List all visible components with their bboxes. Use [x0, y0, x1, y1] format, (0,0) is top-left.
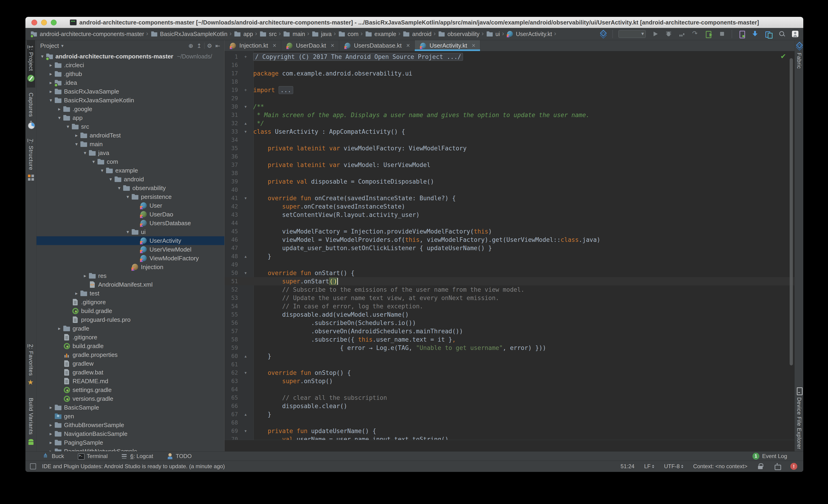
code-line[interactable]: 16: [224, 61, 794, 69]
code-line[interactable]: 41▾ override fun onCreate(savedInstanceS…: [224, 194, 794, 202]
fold-marker-icon[interactable]: +: [238, 88, 253, 93]
tree-item-persistence[interactable]: ▾persistence: [37, 193, 224, 201]
minimize-window-button[interactable]: [41, 19, 47, 26]
breadcrumb-item[interactable]: java: [312, 31, 332, 37]
code-line[interactable]: 48▴ }: [224, 252, 794, 260]
caret-position[interactable]: 51:24: [621, 463, 634, 470]
avatar-icon[interactable]: [791, 30, 799, 38]
code-line[interactable]: 19+import ...: [224, 86, 794, 94]
assistant-robot-icon[interactable]: [774, 463, 781, 470]
tree-item-.github[interactable]: ▸.github: [37, 70, 224, 78]
locate-icon[interactable]: ⊕: [187, 42, 195, 50]
tree-item-main[interactable]: ▾main: [37, 140, 224, 149]
close-icon[interactable]: ×: [273, 42, 276, 49]
chevron-expanded-icon[interactable]: ▾: [124, 229, 131, 235]
chevron-expanded-icon[interactable]: ▾: [47, 97, 54, 103]
chevron-expanded-icon[interactable]: ▾: [73, 141, 80, 147]
tree-item-BasicSample[interactable]: ▸BasicSample: [37, 403, 224, 412]
tree-item-.idea[interactable]: ▸.idea: [37, 78, 224, 87]
chevron-collapsed-icon[interactable]: ▸: [47, 89, 54, 94]
fold-marker-icon[interactable]: ▾: [238, 129, 253, 134]
code-line[interactable]: 60▴ }: [224, 352, 794, 360]
code-line[interactable]: 43 setContentView(R.layout.activity_user…: [224, 211, 794, 219]
tree-item-GithubBrowserSample[interactable]: ▸GithubBrowserSample: [37, 421, 224, 429]
tree-item-User[interactable]: User: [37, 201, 224, 210]
chevron-expanded-icon[interactable]: ▾: [65, 124, 71, 129]
chevron-collapsed-icon[interactable]: ▸: [82, 273, 88, 279]
fold-marker-icon[interactable]: ▴: [238, 254, 253, 259]
search-icon[interactable]: [778, 30, 786, 38]
tool-strip-item-build-variants[interactable]: Build Variants: [27, 393, 35, 451]
fold-marker-icon[interactable]: ▴: [238, 353, 253, 359]
code-line[interactable]: 57 .observeOn(AndroidSchedulers.mainThre…: [224, 327, 794, 335]
tree-item-settings.gradle[interactable]: settings.gradle: [37, 385, 224, 394]
tree-item-BasicRxJavaSampleKotlin[interactable]: ▾BasicRxJavaSampleKotlin: [37, 96, 224, 104]
breadcrumb-item[interactable]: ui: [486, 31, 500, 37]
fold-marker-icon[interactable]: ▾: [238, 270, 253, 276]
tool-strip-item---project[interactable]: 1: Project: [27, 40, 35, 88]
chevron-collapsed-icon[interactable]: ▸: [47, 431, 54, 436]
chevron-collapsed-icon[interactable]: ▸: [47, 422, 54, 428]
breadcrumb-item[interactable]: android-architecture-components-master: [30, 31, 144, 37]
code-line[interactable]: 67▴ }: [224, 410, 794, 419]
tree-item-NavigationBasicSample[interactable]: ▸NavigationBasicSample: [37, 429, 224, 438]
project-view-dropdown[interactable]: Project: [40, 42, 59, 49]
tree-item-.gitignore[interactable]: .gitignore: [37, 298, 224, 306]
tree-item-README.md[interactable]: README.md: [37, 377, 224, 385]
settings-icon[interactable]: ⚙: [205, 42, 214, 50]
close-window-button[interactable]: [32, 19, 37, 26]
code-line[interactable]: 38: [224, 169, 794, 177]
tree-item-java[interactable]: ▾java: [37, 149, 224, 157]
tree-item-app[interactable]: ▾app: [37, 114, 224, 122]
tree-item-example[interactable]: ▾example: [37, 166, 224, 175]
tree-item-build.gradle[interactable]: build.gradle: [37, 342, 224, 350]
chevron-collapsed-icon[interactable]: ▸: [47, 62, 54, 68]
fold-marker-icon[interactable]: ▾: [238, 196, 253, 201]
code-line[interactable]: 69▾ private fun updateUserName() {: [224, 427, 794, 435]
tree-item-gradlew.bat[interactable]: gradlew.bat: [37, 368, 224, 377]
fold-marker-icon[interactable]: +: [238, 54, 253, 59]
attach-icon[interactable]: [692, 30, 699, 38]
chevron-collapsed-icon[interactable]: ▸: [73, 291, 80, 296]
tool-window-button-todo[interactable]: TODO: [167, 453, 192, 460]
event-log-button[interactable]: 1 Event Log: [752, 453, 787, 460]
code-line[interactable]: 63 super.onStop(): [224, 377, 794, 385]
tree-item-ViewModelFactory[interactable]: ViewModelFactory: [37, 254, 224, 263]
tree-item-Injection[interactable]: Injection: [37, 263, 224, 271]
code-line[interactable]: 66 disposable.clear(): [224, 402, 794, 410]
tree-item-gen[interactable]: gen: [37, 412, 224, 421]
tab-UsersDatabase.kt[interactable]: UsersDatabase.kt×: [339, 40, 415, 51]
breadcrumb-item[interactable]: android: [403, 31, 431, 37]
code-line[interactable]: 49: [224, 260, 794, 269]
fold-marker-icon[interactable]: ▴: [238, 412, 253, 417]
code-line[interactable]: 54 // In case of error, log the exceptio…: [224, 302, 794, 310]
code-line[interactable]: 31 * Main screen of the app. Displays a …: [224, 111, 794, 119]
code-line[interactable]: 34: [224, 136, 794, 144]
code-line[interactable]: 59 { error → Log.e(TAG, "Unable to get u…: [224, 344, 794, 352]
fold-marker-icon[interactable]: ▾: [238, 370, 253, 375]
code-line[interactable]: 46 viewModel = ViewModelProviders.of(thi…: [224, 236, 794, 244]
code-line[interactable]: 39 private val disposable = CompositeDis…: [224, 177, 794, 186]
tool-strip-item-captures[interactable]: Captures: [27, 88, 35, 133]
chevron-expanded-icon[interactable]: ▾: [124, 194, 131, 200]
tree-item-.google[interactable]: ▸.google: [37, 104, 224, 114]
tree-item-android-architecture-components-master[interactable]: ▾android-architecture-components-master~…: [37, 52, 224, 61]
chevron-expanded-icon[interactable]: ▾: [107, 176, 114, 182]
error-notification-icon[interactable]: [790, 463, 797, 470]
code-line[interactable]: 65 // clear all the subscription: [224, 393, 794, 402]
chevron-expanded-icon[interactable]: ▾: [116, 185, 123, 191]
tree-item-BasicRxJavaSample[interactable]: ▸BasicRxJavaSample: [37, 87, 224, 96]
code-line[interactable]: 53 // Update the user name text view, at…: [224, 294, 794, 302]
tree-item-PagingSample[interactable]: ▸PagingSample: [37, 438, 224, 447]
tree-item-proguard-rules.pro[interactable]: proguard-rules.pro: [37, 315, 224, 324]
sdk-icon[interactable]: [751, 30, 759, 38]
close-icon[interactable]: ×: [472, 42, 475, 49]
tree-item-UserDao[interactable]: UserDao: [37, 210, 224, 219]
run-configuration-dropdown[interactable]: [618, 30, 646, 38]
code-editor[interactable]: 1+/ Copyright (C) 2017 The Android Open …: [224, 51, 794, 440]
tool-window-button-logcat[interactable]: 6: Logcat: [121, 453, 153, 460]
breadcrumb-item[interactable]: BasicRxJavaSampleKotlin: [151, 31, 227, 37]
code-line[interactable]: 32▴ */: [224, 119, 794, 127]
code-line[interactable]: 62▾ override fun onStop() {: [224, 369, 794, 377]
code-line[interactable]: 58 .subscribe({ this.user_name.text = it…: [224, 335, 794, 344]
